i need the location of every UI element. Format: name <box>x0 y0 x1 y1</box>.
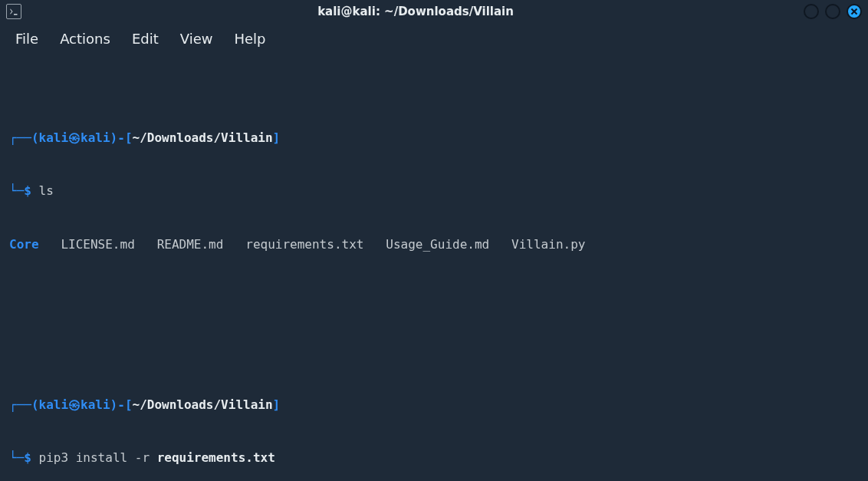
terminal-output[interactable]: ┌──(kali㉿kali)-[~/Downloads/Villain] └─$… <box>0 58 868 481</box>
maximize-button[interactable] <box>825 4 840 19</box>
menu-file[interactable]: File <box>15 31 38 47</box>
titlebar: kali@kali: ~/Downloads/Villain <box>0 0 868 23</box>
close-button[interactable] <box>847 4 862 19</box>
prompt-line-1-top: ┌──(kali㉿kali)-[~/Downloads/Villain] <box>9 129 859 147</box>
prompt-line-2-cmd: └─$ pip3 install -r requirements.txt <box>9 449 859 466</box>
window-title: kali@kali: ~/Downloads/Villain <box>28 5 804 18</box>
menubar: File Actions Edit View Help <box>0 23 868 58</box>
prompt-line-1-cmd: └─$ ls <box>9 182 859 199</box>
menu-view[interactable]: View <box>180 31 213 47</box>
menu-actions[interactable]: Actions <box>60 31 110 47</box>
ls-output: Core LICENSE.md README.md requirements.t… <box>9 236 859 253</box>
window-controls <box>804 4 862 19</box>
prompt-line-2-top: ┌──(kali㉿kali)-[~/Downloads/Villain] <box>9 396 859 413</box>
minimize-button[interactable] <box>804 4 819 19</box>
menu-edit[interactable]: Edit <box>132 31 159 47</box>
blank-line <box>9 307 859 325</box>
terminal-app-icon <box>6 4 21 19</box>
menu-help[interactable]: Help <box>234 31 265 47</box>
command-ls: ls <box>39 183 54 198</box>
command-pip: pip3 install -r <box>39 450 157 465</box>
